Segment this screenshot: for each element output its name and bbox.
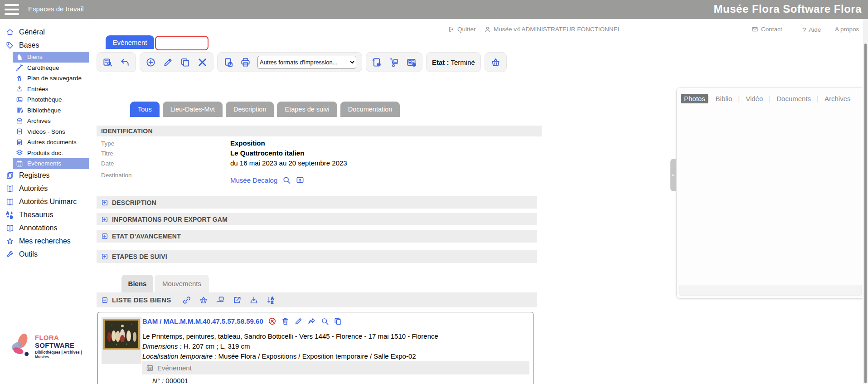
link-items-button[interactable] [182, 296, 191, 305]
quit-button[interactable]: Quitter [448, 26, 476, 33]
export-document-button[interactable] [372, 57, 382, 68]
pencil-icon [163, 57, 173, 68]
tab-tous[interactable]: Tous [130, 102, 160, 117]
sidebar-item-label: Vidéos - Sons [27, 128, 65, 135]
open-items-button[interactable] [233, 296, 242, 305]
item-title-line: Le Printemps, peintures, tableau, Sandro… [142, 332, 438, 340]
tab-description[interactable]: Description [226, 102, 274, 117]
search-destination-button[interactable] [282, 175, 291, 185]
star-icon [6, 237, 14, 245]
sidebar-item-entrees[interactable]: Entrées [13, 84, 89, 95]
open-destination-button[interactable] [296, 175, 305, 185]
media-tab-documents[interactable]: Documents [771, 94, 817, 103]
download-items-button[interactable] [249, 296, 258, 305]
sidebar-item-plan-de-sauvegarde[interactable]: Plan de sauvegarde [13, 73, 89, 84]
tab-documentation[interactable]: Documentation [340, 102, 400, 117]
result-list-button[interactable] [102, 57, 113, 68]
copy-record-button[interactable] [180, 57, 190, 68]
sidebar-item-videos-sons[interactable]: Vidéos - Sons [13, 126, 89, 137]
sidebar-item-annotations[interactable]: Annotations [0, 222, 89, 235]
remove-item-button[interactable] [268, 317, 276, 326]
basket-items-button[interactable] [199, 296, 208, 305]
destination-row: Musée Decalog [230, 175, 305, 185]
sidebar-item-general[interactable]: Général [0, 25, 89, 39]
basket-button[interactable] [490, 57, 501, 68]
sidebar-item-produits-doc[interactable]: Produits doc. [13, 148, 89, 159]
media-tab-archives[interactable]: Archives [819, 94, 857, 103]
subtab-mouvements[interactable]: Mouvements [155, 275, 209, 292]
hamburger-menu-icon[interactable] [5, 4, 19, 15]
share-item-button[interactable] [307, 317, 316, 326]
delete-item-button[interactable] [281, 317, 290, 326]
edit-record-button[interactable] [163, 57, 173, 68]
section-header-etat-avancement[interactable]: ETAT D'AVANCEMENT [97, 230, 537, 243]
sidebar-item-biens[interactable]: ♞Biens [13, 52, 89, 63]
sidebar-item-phototheque[interactable]: Photothèque [13, 94, 89, 105]
sidebar-item-autres-documents[interactable]: Autres documents [13, 137, 89, 148]
print-format-select[interactable]: Autres formats d'impression... [257, 56, 356, 69]
about-button[interactable]: A propos [835, 26, 859, 33]
item-event-bar: Evénement [142, 361, 529, 374]
sidebar-item-bibliotheque[interactable]: Bibliothèque [13, 105, 89, 116]
duplicate-item-button[interactable] [334, 317, 342, 326]
back-button[interactable] [120, 57, 130, 68]
download-tray-icon [249, 296, 258, 305]
sidebar-item-evenements[interactable]: Evènements [13, 158, 89, 169]
media-tab-biblio[interactable]: Biblio [710, 94, 738, 103]
sidebar-item-mes-recherches[interactable]: Mes recherches [0, 235, 89, 248]
record-tab-evenement[interactable]: Evènement [106, 35, 154, 49]
section-header-identification[interactable]: IDENTIFICATION [97, 126, 542, 136]
media-tab-video[interactable]: Vidéo [740, 94, 769, 103]
sidebar-item-autorites[interactable]: Autorités [0, 182, 89, 195]
loan-items-button[interactable] [216, 296, 225, 305]
section-title: INFORMATIONS POUR EXPORT GAM [112, 216, 228, 223]
print-document-button[interactable] [223, 57, 233, 68]
subtab-biens[interactable]: Biens [121, 275, 153, 292]
item-thumbnail[interactable] [102, 317, 141, 364]
sidebar-item-autorites-unimarc[interactable]: Autorités Unimarc [0, 195, 89, 209]
calendar-icon [16, 160, 23, 167]
sort-items-button[interactable] [266, 296, 275, 305]
open-book-icon [6, 198, 14, 206]
section-header-etapes-suivi[interactable]: ETAPES DE SUIVI [97, 250, 537, 263]
help-button[interactable]: ?Aide [802, 26, 821, 34]
movement-button[interactable] [389, 57, 399, 68]
sidebar-item-outils[interactable]: Outils [0, 248, 89, 261]
field-value-date: du 16 mai 2023 au 20 septembre 2023 [230, 159, 347, 167]
tab-etapes-de-suivi[interactable]: Etapes de suivi [277, 102, 337, 117]
sidebar-item-archives[interactable]: Archives [13, 116, 89, 126]
sidebar-item-label: Biens [27, 53, 43, 60]
section-header-export-gam[interactable]: INFORMATIONS POUR EXPORT GAM [97, 213, 537, 225]
add-record-button[interactable] [145, 57, 156, 68]
delete-record-button[interactable] [197, 57, 208, 68]
minus-box-icon[interactable] [101, 297, 108, 304]
number-label: N° : [152, 377, 164, 384]
printer-button[interactable] [240, 57, 251, 68]
arrow-right-icon: ▶ [672, 174, 674, 176]
contact-button[interactable]: Contact [752, 26, 782, 33]
printer-icon [240, 57, 251, 68]
media-tab-photos[interactable]: Photos [681, 94, 708, 103]
panel-collapse-handle[interactable]: ▶ [670, 159, 676, 191]
sidebar-item-label: Annotations [19, 224, 58, 232]
brand-primary: FLORA [35, 334, 59, 341]
sidebar-item-registres[interactable]: Registres [0, 169, 89, 182]
sidebar-item-label: Général [19, 28, 45, 36]
toolbar-group-navigation [97, 52, 136, 72]
destination-link[interactable]: Musée Decalog [230, 176, 277, 184]
sidebar-item-bases[interactable]: Bases [0, 39, 89, 52]
sidebar-item-thesaurus[interactable]: Thesaurus [0, 209, 89, 222]
edit-item-button[interactable] [294, 317, 303, 326]
user-account[interactable]: Musée v4 ADMINISTRATEUR FONCTIONNEL [484, 26, 621, 33]
section-header-description[interactable]: DESCRIPTION [97, 196, 537, 209]
item-reference-link[interactable]: BAM / MAL.M.M.M.40.47.5.57.58.59.60 [142, 317, 263, 325]
news-add-icon [406, 57, 417, 68]
sidebar-item-carotheque[interactable]: Carothèque [13, 63, 89, 73]
primavera-painting-thumbnail [103, 319, 140, 350]
envelope-icon [752, 26, 758, 33]
report-button[interactable] [406, 57, 417, 68]
scrollbar-thumb[interactable] [864, 44, 867, 383]
search-item-button[interactable] [320, 317, 329, 326]
tab-lieu-dates-mvt[interactable]: Lieu-Dates-Mvt [163, 102, 223, 117]
number-value: 000001 [165, 377, 188, 384]
